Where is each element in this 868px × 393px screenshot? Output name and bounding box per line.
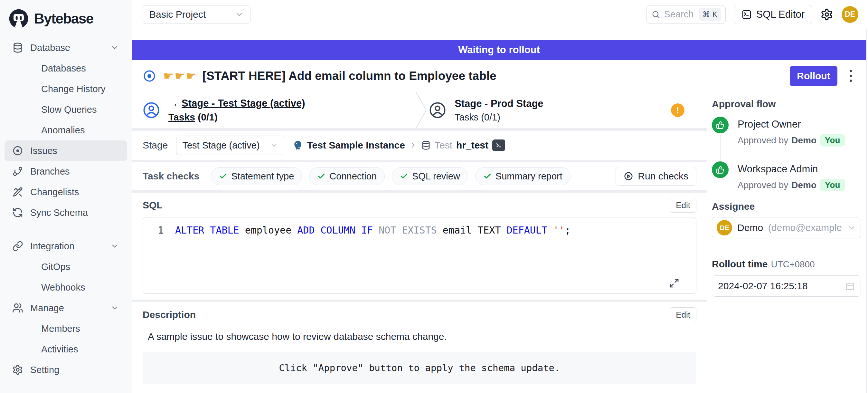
task-checks-label: Task checks: [143, 171, 199, 182]
divider: [132, 160, 707, 162]
check-icon: [483, 172, 492, 180]
gear-icon: [12, 364, 23, 375]
task-checks-row: Task checks Statement type Connection SQ…: [132, 162, 707, 190]
approver-name: Demo: [792, 180, 816, 190]
you-badge: You: [820, 134, 845, 147]
sidebar-item-integration[interactable]: Integration: [4, 236, 127, 256]
assignee-select[interactable]: DE Demo (demo@example: [712, 217, 861, 238]
sidebar-item-anomalies[interactable]: Anomalies: [4, 120, 127, 141]
chevron-down-icon: [111, 304, 119, 312]
assignee-title: Assignee: [712, 201, 861, 212]
database-name[interactable]: hr_test: [456, 140, 488, 151]
stage-select-row: Stage Test Stage (active) Test Sample In…: [132, 131, 707, 160]
rollout-time-title: Rollout timeUTC+0800: [712, 259, 861, 270]
settings-gear-icon[interactable]: [820, 8, 833, 21]
brand-name: Bytebase: [34, 11, 93, 27]
stage-tab-prod[interactable]: Stage - Prod Stage Tasks (0/1) !: [415, 98, 707, 123]
sidebar-item-webhooks[interactable]: Webhooks: [4, 277, 127, 298]
you-badge: You: [820, 179, 845, 191]
topbar: Basic Project Search ⌘ K SQL Editor DE: [132, 0, 868, 29]
sidebar: Bytebase Database Databases Change Histo…: [0, 0, 132, 393]
sql-editor-button[interactable]: SQL Editor: [734, 5, 812, 24]
search-shortcut-badge: ⌘ K: [699, 8, 721, 21]
divider: [132, 128, 707, 131]
attention-badge: !: [671, 103, 684, 117]
check-sql-review[interactable]: SQL review: [392, 167, 468, 185]
rollout-time-input[interactable]: 2024-02-07 16:25:18: [712, 275, 861, 297]
sidebar-nav: Database Databases Change History Slow Q…: [0, 31, 132, 380]
check-icon: [317, 172, 326, 180]
scrollbar-gutter[interactable]: [866, 29, 868, 393]
sync-refresh-icon: [12, 207, 23, 218]
sidebar-item-activities[interactable]: Activities: [4, 339, 127, 360]
sidebar-item-issues[interactable]: Issues: [4, 141, 127, 161]
timezone-label: UTC+0800: [771, 259, 814, 269]
issue-open-icon: [143, 69, 156, 83]
sidebar-item-sync-schema[interactable]: Sync Schema: [4, 202, 127, 223]
check-statement-type[interactable]: Statement type: [211, 167, 302, 185]
search-input[interactable]: Search ⌘ K: [647, 5, 726, 24]
postgresql-icon: [293, 140, 303, 150]
sidebar-item-databases[interactable]: Databases: [4, 58, 127, 79]
assignee-email: (demo@example: [768, 222, 842, 233]
open-in-sql-editor-icon[interactable]: [492, 140, 505, 151]
project-selector[interactable]: Basic Project: [143, 5, 250, 24]
instance-name[interactable]: Test Sample Instance: [307, 140, 405, 151]
environment-label: Test: [435, 140, 452, 151]
divider: [707, 249, 866, 249]
chevron-down-icon: [847, 223, 856, 232]
calendar-icon[interactable]: [845, 281, 855, 291]
brand-logo[interactable]: Bytebase: [0, 0, 132, 31]
pointing-hand-icons: ☛☛☛: [163, 69, 197, 83]
sql-edit-button[interactable]: Edit: [670, 198, 696, 213]
sidebar-item-branches[interactable]: Branches: [4, 161, 127, 182]
arrow-right-icon: →: [168, 98, 178, 109]
git-branch-icon: [12, 166, 23, 177]
stage-name: Stage - Test Stage (active): [182, 98, 305, 109]
stage-select[interactable]: Test Stage (active): [176, 135, 284, 155]
sidebar-item-manage[interactable]: Manage: [4, 298, 127, 318]
approver-name: Demo: [792, 135, 816, 146]
run-checks-button[interactable]: Run checks: [616, 167, 696, 186]
sidebar-item-setting[interactable]: Setting: [4, 360, 127, 380]
approver-role: Workspace Admin: [738, 161, 845, 175]
stage-tasks: Tasks (0/1): [455, 112, 544, 123]
play-circle-icon: [624, 171, 633, 181]
divider: [132, 190, 707, 193]
search-placeholder: Search: [664, 9, 694, 20]
sidebar-item-change-history[interactable]: Change History: [4, 79, 127, 99]
approval-step-workspace-admin: Workspace Admin Approved by Demo You: [712, 161, 861, 191]
stage-label: Stage: [143, 140, 168, 151]
stage-tasks-link[interactable]: Tasks (0/1): [168, 112, 305, 123]
database-breadcrumb: Test Sample Instance Test hr_test: [293, 140, 505, 151]
rollout-button[interactable]: Rollout: [790, 66, 837, 86]
status-banner: Waiting to rollout: [132, 40, 866, 60]
database-icon: [12, 42, 23, 53]
kebab-menu-icon[interactable]: [850, 70, 852, 82]
user-circle-icon: [429, 101, 446, 119]
sidebar-item-database[interactable]: Database: [4, 37, 127, 58]
search-icon: [651, 10, 660, 19]
user-circle-icon: [143, 101, 160, 119]
sidebar-item-members[interactable]: Members: [4, 318, 127, 339]
bytebase-logo-icon: [8, 8, 29, 29]
expand-icon[interactable]: [669, 278, 679, 288]
stage-tabs: → Stage - Test Stage (active) Tasks (0/1…: [132, 92, 707, 128]
check-connection[interactable]: Connection: [309, 167, 385, 185]
sidebar-item-gitops[interactable]: GitOps: [4, 256, 127, 277]
line-number: 1: [143, 224, 175, 236]
description-section: Description Edit A sample issue to showc…: [132, 302, 707, 384]
sql-editor[interactable]: 1ALTER TABLE employee ADD COLUMN IF NOT …: [143, 217, 696, 294]
sidebar-item-changelists[interactable]: Changelists: [4, 182, 127, 202]
link-icon: [12, 241, 23, 251]
sidebar-item-slow-queries[interactable]: Slow Queries: [4, 99, 127, 120]
sql-section: SQL Edit 1ALTER TABLE employee ADD COLUM…: [132, 193, 707, 294]
description-label: Description: [143, 309, 196, 320]
stage-tab-test[interactable]: → Stage - Test Stage (active) Tasks (0/1…: [132, 98, 415, 123]
approval-flow-title: Approval flow: [712, 98, 861, 110]
description-text: A sample issue to showcase how to review…: [143, 331, 696, 342]
check-summary-report[interactable]: Summary report: [475, 167, 570, 185]
user-avatar[interactable]: DE: [842, 6, 858, 23]
users-icon: [12, 302, 23, 313]
description-edit-button[interactable]: Edit: [670, 307, 696, 322]
